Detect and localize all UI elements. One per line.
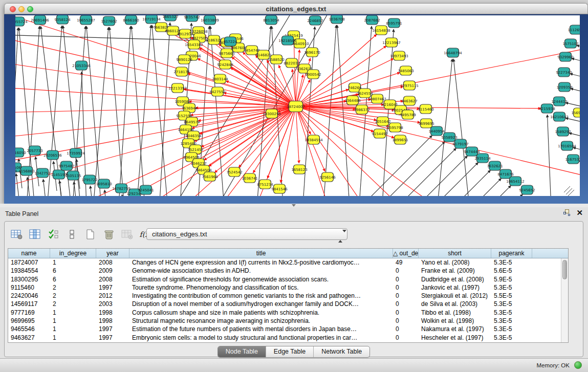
- window-titlebar[interactable]: citations_edges.txt: [4, 3, 588, 14]
- table-row[interactable]: 1456911722003Disruption of a novel membe…: [8, 300, 568, 308]
- column-header-out_de[interactable]: △ out_de…: [393, 249, 419, 258]
- graph-node[interactable]: 18724007: [287, 101, 305, 112]
- graph-node[interactable]: 7986372: [354, 105, 369, 114]
- graph-node[interactable]: 24055724: [15, 17, 28, 26]
- table-cell[interactable]: 2009: [96, 267, 129, 275]
- table-source-dropdown[interactable]: citations_edges.txt: [146, 228, 347, 240]
- table-row[interactable]: 1830029562008Estimation of significance …: [8, 275, 568, 283]
- graph-node[interactable]: 1145193: [51, 170, 67, 179]
- table-cell[interactable]: Yano et al. (2008): [419, 258, 491, 267]
- graph-node[interactable]: 20206536: [43, 150, 62, 160]
- table-cell[interactable]: 9777169: [8, 309, 50, 317]
- table-cell[interactable]: 1998: [96, 317, 129, 325]
- table-row[interactable]: 946554611997Estimation of the future num…: [8, 325, 568, 333]
- graph-node[interactable]: 8751234: [257, 180, 273, 189]
- table-row[interactable]: 969969511998Structural magnetic resonanc…: [8, 317, 568, 325]
- table-cell[interactable]: 0: [393, 309, 419, 317]
- graph-node[interactable]: 12975115: [400, 81, 419, 90]
- graph-node[interactable]: 20691406: [31, 15, 49, 25]
- graph-node[interactable]: 1589297: [555, 127, 571, 136]
- table-cell[interactable]: 1: [50, 309, 96, 317]
- table-row[interactable]: 2242004622012Investigating the contribut…: [8, 292, 568, 300]
- table-cell[interactable]: 0: [393, 283, 419, 292]
- table-cell[interactable]: 2008: [96, 275, 129, 283]
- table-cell[interactable]: 1: [50, 317, 96, 325]
- graph-node[interactable]: 17016504: [558, 141, 576, 150]
- table-cell[interactable]: Stergiakouli et al. (2012): [419, 292, 491, 300]
- import-table-button[interactable]: [120, 228, 134, 241]
- graph-node[interactable]: 8215938: [539, 104, 555, 113]
- column-header-pagerank[interactable]: pagerank: [491, 249, 532, 258]
- table-cell[interactable]: 1997: [96, 334, 129, 342]
- table-cell[interactable]: 6: [50, 267, 96, 275]
- graph-node[interactable]: 12213393: [168, 83, 187, 93]
- citation-network-graph[interactable]: 1872400718300295193845547663822886012889…: [15, 15, 580, 196]
- graph-node[interactable]: 2057733: [27, 146, 42, 155]
- table-cell[interactable]: 5.3E-5: [491, 258, 532, 267]
- graph-node[interactable]: 1575107: [562, 39, 578, 48]
- table-cell[interactable]: 1997: [96, 283, 129, 292]
- table-cell[interactable]: Embryonic stem cells: a model to study s…: [129, 334, 393, 342]
- graph-node[interactable]: 9975487: [58, 161, 74, 170]
- table-cell[interactable]: 5.3E-5: [491, 283, 532, 292]
- graph-node[interactable]: 1112654: [568, 25, 580, 34]
- table-cell[interactable]: Hescheler et al. (1997): [419, 334, 491, 342]
- graph-node[interactable]: 2935114: [474, 154, 491, 163]
- table-cell[interactable]: 5.3E-5: [491, 334, 532, 342]
- graph-node[interactable]: 9245041: [138, 185, 154, 194]
- graph-node[interactable]: 1051642: [375, 117, 390, 126]
- splitter-grip-icon[interactable]: [292, 204, 296, 207]
- table-cell[interactable]: 0: [393, 300, 419, 308]
- graph-node[interactable]: 16648794: [444, 48, 462, 57]
- graph-node[interactable]: 1695810: [96, 179, 112, 188]
- table-cell[interactable]: 0: [393, 317, 419, 325]
- table-cell[interactable]: Investigating the contribution of common…: [129, 292, 393, 300]
- graph-node[interactable]: 9358124: [54, 15, 71, 24]
- graph-node[interactable]: 1665327: [162, 15, 178, 21]
- graph-node[interactable]: 1588520: [268, 55, 284, 64]
- graph-node[interactable]: 1036708: [329, 15, 344, 24]
- graph-node[interactable]: 10655287: [77, 15, 95, 25]
- graph-node[interactable]: 16154838: [372, 26, 390, 35]
- graph-node[interactable]: 1440954: [428, 126, 445, 136]
- graph-node[interactable]: 1527602: [101, 16, 117, 26]
- table-cell[interactable]: 2008: [96, 258, 129, 267]
- birdseye-corner-icon[interactable]: [568, 190, 574, 196]
- table-cell[interactable]: Corpus callosum shape and size in male p…: [129, 309, 393, 317]
- table-cell[interactable]: 6: [50, 275, 96, 283]
- table-cell[interactable]: de Silva et al. (2003): [419, 300, 491, 308]
- tab-network-table[interactable]: Network Table: [313, 346, 369, 357]
- graph-node[interactable]: 9227343: [556, 68, 572, 77]
- graph-node[interactable]: 7524542: [226, 167, 242, 177]
- graph-node[interactable]: 1244413: [551, 97, 567, 106]
- table-cell[interactable]: 5.3E-5: [491, 300, 532, 308]
- graph-node[interactable]: 1658123: [291, 165, 307, 174]
- graph-node[interactable]: 1899651: [392, 135, 408, 144]
- table-cell[interactable]: 5.5E-5: [491, 292, 532, 300]
- table-vertical-scrollbar[interactable]: [561, 258, 568, 342]
- tab-node-table[interactable]: Node Table: [218, 346, 266, 357]
- table-cell[interactable]: 2003: [96, 300, 129, 308]
- graph-node[interactable]: 1342757: [34, 168, 50, 178]
- table-cell[interactable]: 0: [393, 325, 419, 333]
- table-cell[interactable]: 2: [50, 292, 96, 300]
- table-cell[interactable]: 5.3E-5: [491, 309, 532, 317]
- graph-node[interactable]: 2246857: [307, 16, 323, 25]
- panel-splitter[interactable]: [0, 204, 588, 207]
- table-cell[interactable]: 18724007: [8, 258, 50, 267]
- graph-node[interactable]: 8822037: [284, 58, 299, 68]
- table-row[interactable]: 1872400712008Changes of HCN gene express…: [8, 258, 568, 267]
- graph-node[interactable]: 7561964: [202, 172, 218, 181]
- graph-node[interactable]: 1624554: [357, 89, 373, 98]
- graph-node[interactable]: 9900542: [305, 70, 321, 79]
- table-cell[interactable]: 2012: [96, 292, 129, 300]
- scrollbar-thumb[interactable]: [562, 260, 567, 279]
- table-cell[interactable]: 5.9E-5: [491, 275, 532, 283]
- table-cell[interactable]: 14569117: [8, 300, 50, 308]
- table-cell[interactable]: 9699695: [8, 317, 50, 325]
- table-row[interactable]: 1938455462009Genome-wide association stu…: [8, 267, 568, 275]
- graph-node[interactable]: 1505135: [65, 171, 81, 180]
- column-header-short[interactable]: short: [419, 249, 491, 258]
- float-panel-icon[interactable]: [563, 209, 570, 216]
- table-cell[interactable]: 1998: [96, 309, 129, 317]
